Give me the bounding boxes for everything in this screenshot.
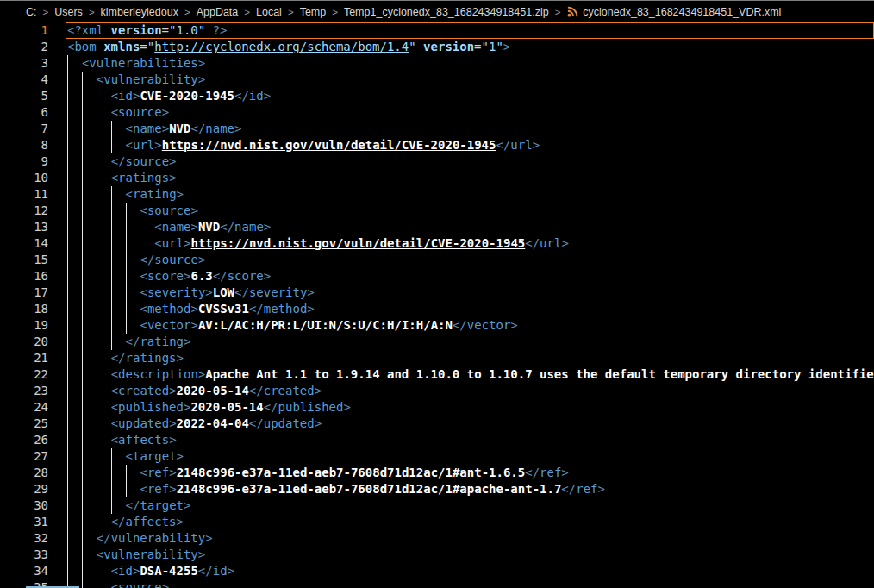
indent-guide: [97, 88, 111, 104]
code-line[interactable]: 14<url>https://nvd.nist.gov/vuln/detail/…: [0, 235, 874, 252]
editor[interactable]: 1<?xml version="1.0" ?>2<bom xmlns="http…: [0, 22, 874, 588]
code-line[interactable]: 5<id>CVE-2020-1945</id>: [0, 88, 874, 104]
line-number[interactable]: 25: [0, 416, 48, 432]
code-line[interactable]: 2<bom xmlns="http://cyclonedx.org/schema…: [0, 39, 874, 55]
line-number[interactable]: 5: [0, 88, 48, 104]
line-number[interactable]: 31: [0, 514, 48, 530]
line-number[interactable]: 21: [0, 350, 48, 366]
chevron-separator-icon: >: [244, 7, 250, 17]
breadcrumb-item[interactable]: Local: [256, 6, 282, 18]
code-line[interactable]: 30</target>: [0, 497, 874, 514]
code-line-content: <source>: [67, 104, 169, 121]
line-number[interactable]: 15: [0, 252, 48, 268]
code-line[interactable]: 13<name>NVD</name>: [0, 219, 874, 235]
line-number[interactable]: 4: [0, 72, 48, 88]
indent-guide: [67, 170, 82, 186]
code-line[interactable]: 31</affects>: [0, 514, 874, 530]
code-token-str: "1": [482, 40, 503, 53]
line-number[interactable]: 29: [0, 481, 48, 497]
indent-guide: [126, 203, 140, 219]
code-line-content: <id>DSA-4255</id>: [67, 563, 234, 579]
code-line[interactable]: 17<severity>LOW</severity>: [0, 285, 874, 301]
line-number[interactable]: 23: [0, 383, 48, 399]
line-number[interactable]: 19: [0, 317, 48, 334]
code-line[interactable]: 9</source>: [0, 153, 874, 170]
code-line[interactable]: 6<source>: [0, 104, 874, 121]
line-number[interactable]: 11: [0, 186, 48, 203]
breadcrumb-item[interactable]: Temp1_cyclonedx_83_1682434918451.zip: [344, 6, 549, 18]
indent-guide: [111, 268, 126, 285]
code-token-eq: =: [162, 23, 169, 37]
line-number[interactable]: 34: [0, 563, 48, 579]
line-number[interactable]: 20: [0, 334, 48, 350]
code-line[interactable]: 25<updated>2022-04-04</updated>: [0, 416, 874, 432]
line-number[interactable]: 32: [0, 530, 48, 547]
code-line[interactable]: 35<source>: [0, 579, 874, 588]
code-token-br: >: [169, 466, 176, 479]
breadcrumb-item[interactable]: Temp: [300, 6, 327, 18]
line-number[interactable]: 28: [0, 465, 48, 481]
indent-guide: [82, 481, 97, 497]
line-number[interactable]: 12: [0, 203, 48, 219]
code-line[interactable]: 23<created>2020-05-14</created>: [0, 383, 874, 399]
line-number[interactable]: 10: [0, 170, 48, 186]
line-number[interactable]: 1: [0, 22, 48, 39]
code-line[interactable]: 12<source>: [0, 203, 874, 219]
code-token-br: >: [198, 56, 205, 70]
indent-guide: [82, 285, 97, 301]
breadcrumb-item[interactable]: kimberleyledoux: [101, 6, 178, 18]
code-line[interactable]: 8<url>https://nvd.nist.gov/vuln/detail/C…: [0, 137, 874, 153]
line-number[interactable]: 9: [0, 153, 48, 170]
code-line[interactable]: 19<vector>AV:L/AC:H/PR:L/UI:N/S:U/C:H/I:…: [0, 317, 874, 334]
code-line[interactable]: 16<score>6.3</score>: [0, 268, 874, 285]
code-line[interactable]: 10<ratings>: [0, 170, 874, 186]
code-token-br: <: [111, 564, 118, 578]
code-line[interactable]: 20</rating>: [0, 334, 874, 350]
line-number[interactable]: 17: [0, 285, 48, 301]
code-line[interactable]: 11<rating>: [0, 186, 874, 203]
code-token-br: </: [249, 302, 264, 316]
breadcrumb-item[interactable]: AppData: [197, 6, 239, 18]
breadcrumb-item-file[interactable]: cyclonedx_83_1682434918451_VDR.xml: [566, 6, 781, 18]
line-number[interactable]: 26: [0, 432, 48, 448]
breadcrumb-item[interactable]: C:: [26, 6, 37, 18]
code-line[interactable]: 22<description>Apache Ant 1.1 to 1.9.14 …: [0, 366, 874, 383]
code-line[interactable]: 7<name>NVD</name>: [0, 121, 874, 137]
line-number[interactable]: 16: [0, 268, 48, 285]
code-line[interactable]: 3<vulnerabilities>: [0, 55, 874, 72]
line-number[interactable]: 3: [0, 55, 48, 72]
line-number[interactable]: 22: [0, 366, 48, 383]
line-number[interactable]: 30: [0, 497, 48, 514]
code-line[interactable]: 34<id>DSA-4255</id>: [0, 563, 874, 579]
code-line[interactable]: 1<?xml version="1.0" ?>: [0, 22, 874, 39]
line-number[interactable]: 13: [0, 219, 48, 235]
indent-guide: [67, 497, 82, 514]
code-line[interactable]: 32</vulnerability>: [0, 530, 874, 547]
line-number[interactable]: 2: [0, 39, 48, 55]
code-line[interactable]: 28<ref>2148c996-e37a-11ed-aeb7-7608d71d1…: [0, 465, 874, 481]
line-number[interactable]: 33: [0, 547, 48, 563]
line-number[interactable]: 24: [0, 399, 48, 416]
code-token-br: </: [525, 466, 540, 479]
code-line[interactable]: 21</ratings>: [0, 350, 874, 366]
line-number[interactable]: 6: [0, 104, 48, 121]
line-number[interactable]: 27: [0, 448, 48, 465]
code-line[interactable]: 26<affects>: [0, 432, 874, 448]
code-line[interactable]: 29<ref>2148c996-e37a-11ed-aeb7-7608d71d1…: [0, 481, 874, 497]
line-number[interactable]: 18: [0, 301, 48, 317]
indent-guide: [97, 334, 111, 350]
code-token-br: >: [177, 351, 184, 365]
code-line[interactable]: 15</source>: [0, 252, 874, 268]
code-token-br: >: [510, 318, 517, 332]
line-number[interactable]: 8: [0, 137, 48, 153]
code-token-br: <: [97, 547, 103, 561]
line-number[interactable]: 14: [0, 235, 48, 252]
code-line[interactable]: 4<vulnerability>: [0, 72, 874, 88]
line-number[interactable]: 7: [0, 121, 48, 137]
code-line[interactable]: 24<published>2020-05-14</published>: [0, 399, 874, 416]
code-token-txt: 2020-05-14: [190, 400, 263, 414]
code-line[interactable]: 27<target>: [0, 448, 874, 465]
code-line[interactable]: 18<method>CVSSv31</method>: [0, 301, 874, 317]
code-line[interactable]: 33<vulnerability>: [0, 547, 874, 563]
breadcrumb-item[interactable]: Users: [54, 6, 83, 18]
